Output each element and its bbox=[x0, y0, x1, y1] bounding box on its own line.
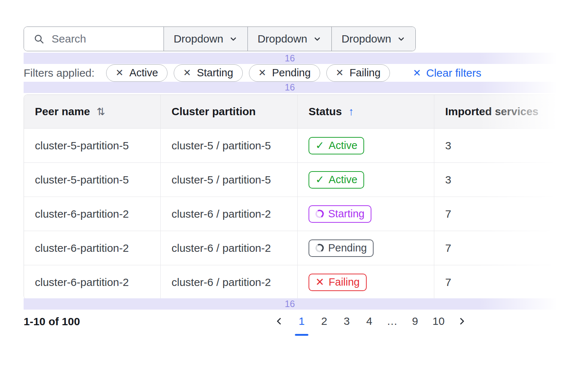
page-number: 4 bbox=[366, 315, 372, 327]
chevron-down-icon bbox=[313, 35, 322, 43]
status-badge-pending: Pending bbox=[309, 239, 374, 257]
page-button-4[interactable]: 4 bbox=[362, 312, 376, 331]
page-number: 1 bbox=[299, 315, 305, 327]
page-number: 2 bbox=[321, 315, 327, 327]
filter-chip-label: Pending bbox=[272, 67, 310, 79]
dropdown-button-1[interactable]: Dropdown bbox=[164, 27, 247, 51]
ellipsis-label: … bbox=[387, 315, 398, 327]
status-cell: Starting bbox=[297, 197, 434, 231]
remove-icon: ✕ bbox=[336, 67, 344, 78]
table-row[interactable]: cluster-6-partition-2 cluster-6 / partit… bbox=[24, 197, 571, 231]
page-number: 3 bbox=[344, 315, 350, 327]
filter-chip-label: Failing bbox=[350, 67, 380, 79]
status-cell: ✕ Failing bbox=[297, 265, 434, 299]
chevron-right-icon bbox=[457, 316, 467, 326]
filters-applied-label: Filters applied: bbox=[24, 67, 94, 79]
clear-filters-label: Clear filters bbox=[426, 67, 482, 79]
spacing-marker-label: 16 bbox=[285, 82, 295, 93]
status-cell: ✓ Active bbox=[297, 129, 434, 162]
check-icon: ✓ bbox=[315, 140, 324, 151]
chevron-left-icon bbox=[274, 316, 284, 326]
pagination-summary: 1-10 of 100 bbox=[24, 315, 80, 328]
peers-list-page: Dropdown Dropdown Dropdown 16 Filters ap… bbox=[0, 0, 588, 367]
peer-name-cell: cluster-6-partition-2 bbox=[24, 231, 160, 265]
imported-services-cell: 7 bbox=[434, 265, 571, 299]
table-row[interactable]: cluster-6-partition-2 cluster-6 / partit… bbox=[24, 231, 571, 265]
filter-chip-label: Starting bbox=[197, 67, 233, 79]
clear-filters-button[interactable]: ✕ Clear filters bbox=[411, 66, 483, 80]
page-button-3[interactable]: 3 bbox=[339, 312, 354, 331]
search-icon bbox=[33, 33, 44, 44]
cluster-partition-cell: cluster-5 / partition-5 bbox=[160, 163, 297, 197]
page-button-10[interactable]: 10 bbox=[430, 312, 447, 331]
chevron-down-icon bbox=[397, 35, 406, 43]
table-header-row: Peer name ⇅ Cluster partition Status ↑ I… bbox=[24, 95, 571, 128]
table-row[interactable]: cluster-5-partition-5 cluster-5 / partit… bbox=[24, 128, 571, 162]
status-cell: Pending bbox=[297, 231, 434, 265]
cluster-partition-cell: cluster-6 / partition-2 bbox=[160, 231, 297, 265]
column-header-cluster-partition[interactable]: Cluster partition bbox=[160, 95, 297, 128]
status-badge-label: Failing bbox=[329, 276, 359, 288]
x-icon: ✕ bbox=[315, 277, 324, 287]
dropdown-button-2[interactable]: Dropdown bbox=[247, 27, 331, 51]
page-number: 9 bbox=[412, 315, 418, 327]
cluster-partition-cell: cluster-6 / partition-2 bbox=[160, 197, 297, 231]
spacing-marker: 16 bbox=[24, 298, 556, 310]
status-badge-starting: Starting bbox=[309, 205, 371, 223]
page-button-1[interactable]: 1 bbox=[294, 312, 309, 331]
filter-chip-active[interactable]: ✕ Active bbox=[106, 64, 168, 82]
imported-services-cell: 7 bbox=[434, 231, 571, 265]
status-badge-active: ✓ Active bbox=[309, 171, 364, 189]
column-header-label: Cluster partition bbox=[172, 105, 256, 118]
status-cell: ✓ Active bbox=[297, 163, 434, 197]
previous-page-button[interactable] bbox=[272, 312, 286, 331]
pagination-nav: 1 2 3 4 … 9 10 bbox=[272, 312, 469, 331]
status-badge-label: Pending bbox=[328, 242, 367, 254]
chevron-down-icon bbox=[229, 35, 238, 43]
sort-ascending-icon: ↑ bbox=[349, 105, 354, 118]
status-badge-failing: ✕ Failing bbox=[309, 274, 367, 291]
dropdown-button-3[interactable]: Dropdown bbox=[331, 27, 415, 51]
column-header-peer-name[interactable]: Peer name ⇅ bbox=[24, 95, 160, 128]
remove-icon: ✕ bbox=[183, 67, 191, 78]
peers-table: Peer name ⇅ Cluster partition Status ↑ I… bbox=[24, 94, 571, 299]
next-page-button[interactable] bbox=[455, 312, 469, 331]
search-input[interactable] bbox=[51, 32, 161, 45]
remove-icon: ✕ bbox=[258, 67, 266, 78]
filter-toolbar: Dropdown Dropdown Dropdown bbox=[24, 27, 416, 51]
status-badge-label: Starting bbox=[328, 208, 365, 220]
filter-chip-starting[interactable]: ✕ Starting bbox=[174, 64, 243, 82]
spinner-icon bbox=[314, 209, 325, 219]
peer-name-cell: cluster-6-partition-2 bbox=[24, 197, 160, 231]
filter-chip-label: Active bbox=[129, 67, 158, 79]
page-ellipsis: … bbox=[384, 312, 400, 331]
filter-chip-failing[interactable]: ✕ Failing bbox=[326, 64, 390, 82]
remove-icon: ✕ bbox=[116, 67, 124, 78]
table-row[interactable]: cluster-5-partition-5 cluster-5 / partit… bbox=[24, 162, 571, 197]
search-box[interactable] bbox=[24, 27, 164, 51]
column-header-label: Imported services bbox=[445, 105, 539, 118]
peer-name-cell: cluster-5-partition-5 bbox=[24, 129, 160, 162]
column-header-status[interactable]: Status ↑ bbox=[297, 95, 434, 128]
column-header-label: Status bbox=[309, 105, 342, 118]
close-icon: ✕ bbox=[413, 67, 421, 79]
status-badge-label: Active bbox=[329, 174, 357, 186]
filters-applied-row: Filters applied: ✕ Active ✕ Starting ✕ P… bbox=[24, 64, 483, 82]
sort-both-icon: ⇅ bbox=[97, 106, 105, 118]
imported-services-cell: 3 bbox=[434, 163, 571, 197]
column-header-label: Peer name bbox=[35, 105, 90, 118]
dropdown-label: Dropdown bbox=[342, 33, 391, 45]
filter-chip-pending[interactable]: ✕ Pending bbox=[249, 64, 320, 82]
column-header-imported-services[interactable]: Imported services bbox=[434, 95, 571, 128]
table-row[interactable]: cluster-6-partition-2 cluster-6 / partit… bbox=[24, 265, 571, 299]
imported-services-cell: 7 bbox=[434, 197, 571, 231]
peer-name-cell: cluster-5-partition-5 bbox=[24, 163, 160, 197]
dropdown-label: Dropdown bbox=[258, 33, 307, 45]
cluster-partition-cell: cluster-5 / partition-5 bbox=[160, 129, 297, 162]
spacing-marker-label: 16 bbox=[285, 299, 295, 309]
page-button-2[interactable]: 2 bbox=[317, 312, 331, 331]
spacing-marker: 16 bbox=[24, 82, 556, 93]
active-page-underline bbox=[295, 334, 309, 336]
page-button-9[interactable]: 9 bbox=[408, 312, 422, 331]
status-badge-active: ✓ Active bbox=[309, 137, 364, 154]
